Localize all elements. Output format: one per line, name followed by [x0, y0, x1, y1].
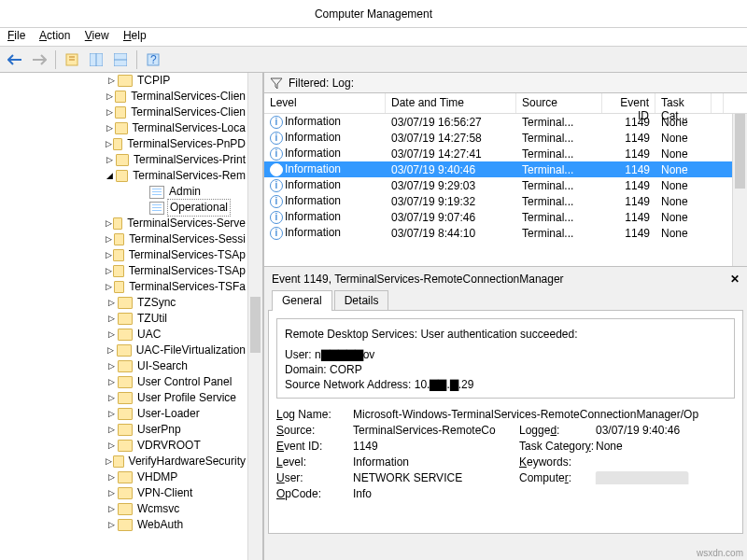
expand-icon[interactable]: ▷ [105, 374, 118, 390]
tree-node[interactable]: ▷TerminalServices-Serve [0, 216, 247, 231]
back-button[interactable] [4, 49, 26, 70]
tree-scrollbar[interactable] [247, 73, 262, 560]
col-level[interactable]: Level [264, 93, 386, 113]
menu-help[interactable]: Help [123, 29, 147, 42]
tree-node[interactable]: ▷TerminalServices-PnPD [0, 136, 247, 152]
folder-icon [114, 233, 125, 245]
tree-node[interactable]: ▷UserPnp [0, 422, 247, 438]
expand-icon[interactable]: ▷ [105, 263, 113, 279]
view-button-2[interactable] [109, 49, 132, 70]
tree-node[interactable]: ▷User Profile Service [0, 390, 247, 406]
col-category[interactable]: Task Cat... [655, 93, 712, 113]
tree-label: WebAuth [135, 517, 185, 533]
expand-icon[interactable]: ▷ [105, 406, 118, 422]
col-date[interactable]: Date and Time [386, 93, 516, 113]
expand-icon[interactable]: ▷ [105, 358, 118, 374]
expand-icon[interactable]: ▷ [105, 89, 115, 105]
tree-label: Admin [167, 184, 203, 200]
list-scrollbar[interactable] [732, 114, 747, 266]
tree-node[interactable]: ▷UAC [0, 327, 247, 343]
info-icon: i [270, 147, 283, 161]
tree-node[interactable]: ▷VPN-Client [0, 485, 247, 501]
expand-icon[interactable]: ▷ [105, 390, 118, 406]
expand-icon[interactable]: ▷ [105, 136, 113, 152]
col-source[interactable]: Source [516, 93, 602, 113]
expand-icon[interactable]: ▷ [105, 454, 113, 469]
folder-icon [118, 519, 133, 531]
tree-label: TCPIP [135, 73, 172, 89]
expand-icon[interactable]: ▷ [105, 295, 118, 311]
expand-icon[interactable]: ▷ [105, 216, 113, 231]
expand-icon[interactable]: ▷ [105, 105, 115, 120]
expand-icon[interactable]: ▷ [105, 120, 115, 136]
expand-icon[interactable]: ▷ [105, 231, 114, 247]
expand-icon[interactable]: ▷ [105, 327, 118, 343]
tree-node[interactable]: ▷TCPIP [0, 73, 247, 89]
tab-details[interactable]: Details [334, 290, 389, 311]
tree-node[interactable]: ▷TerminalServices-Sessi [0, 231, 247, 247]
tree-node[interactable]: ▷TerminalServices-Clien [0, 105, 247, 120]
view-button-1[interactable] [85, 49, 107, 70]
tree-node[interactable]: ▷UI-Search [0, 358, 247, 374]
tree-node[interactable]: ▷VHDMP [0, 469, 247, 485]
event-row[interactable]: iInformation03/07/19 9:29:03Terminal...1… [264, 177, 747, 193]
tree-node[interactable]: ▷VerifyHardwareSecurity [0, 454, 247, 469]
forward-button[interactable] [28, 49, 50, 70]
menu-file[interactable]: File [7, 29, 25, 42]
tree-node[interactable]: ▷WebAuth [0, 517, 247, 533]
menu-action[interactable]: Action [39, 29, 70, 42]
event-row[interactable]: iInformation03/07/19 9:40:46Terminal...1… [264, 161, 747, 177]
tree-node[interactable]: ▷TerminalServices-Loca [0, 120, 247, 136]
expand-icon[interactable]: ▷ [105, 485, 118, 501]
tree-node[interactable]: ▷TZSync [0, 295, 247, 311]
tree-label: TerminalServices-Sessi [127, 231, 247, 247]
tree-node[interactable]: Admin [0, 184, 247, 200]
tree-node[interactable]: ◢TerminalServices-Rem [0, 168, 247, 184]
tree-node[interactable]: ▷TerminalServices-Clien [0, 89, 247, 105]
folder-icon [115, 106, 127, 119]
tree-node[interactable]: ▷VDRVROOT [0, 438, 247, 454]
expand-icon[interactable]: ▷ [105, 517, 118, 533]
tree-node[interactable]: ▷TZUtil [0, 311, 247, 327]
tree-node[interactable]: ▷TerminalServices-Print [0, 152, 247, 168]
expand-icon[interactable]: ▷ [105, 469, 118, 485]
event-row[interactable]: iInformation03/07/19 14:27:41Terminal...… [264, 146, 747, 161]
tree-node[interactable]: ▷TerminalServices-TSAp [0, 247, 247, 263]
event-row[interactable]: iInformation03/07/19 8:44:10Terminal...1… [264, 225, 747, 241]
expand-icon[interactable]: ▷ [105, 279, 114, 295]
tab-general[interactable]: General [272, 290, 332, 311]
expand-icon[interactable]: ▷ [105, 247, 113, 263]
expand-icon[interactable]: ▷ [105, 73, 118, 89]
close-icon[interactable]: ✕ [730, 273, 740, 286]
toolbar-separator [55, 50, 56, 69]
folder-icon [116, 154, 129, 166]
tree-node[interactable]: ▷UAC-FileVirtualization [0, 343, 247, 358]
expand-icon[interactable]: ▷ [105, 501, 118, 517]
detail-pane: Event 1149, TerminalServices-RemoteConne… [264, 267, 747, 560]
tree-node[interactable]: Operational [0, 200, 247, 216]
col-eventid[interactable]: Event ID [602, 93, 655, 113]
tree-label: VerifyHardwareSecurity [127, 454, 247, 469]
event-row[interactable]: iInformation03/07/19 16:56:27Terminal...… [264, 114, 747, 130]
tree-node[interactable]: ▷TerminalServices-TSAp [0, 263, 247, 279]
expand-icon[interactable]: ▷ [105, 422, 118, 438]
expand-icon[interactable]: ▷ [105, 343, 117, 358]
folder-icon [118, 360, 133, 372]
help-button[interactable]: ? [142, 49, 164, 70]
tree-node[interactable]: ▷User-Loader [0, 406, 247, 422]
tree-node[interactable]: ▷User Control Panel [0, 374, 247, 390]
expand-icon[interactable]: ▷ [105, 152, 116, 168]
properties-button[interactable] [61, 49, 83, 70]
tree-label: Wcmsvc [135, 501, 181, 517]
event-row[interactable]: iInformation03/07/19 9:19:32Terminal...1… [264, 193, 747, 209]
tree-label: VPN-Client [135, 485, 194, 501]
expand-icon[interactable]: ◢ [105, 168, 116, 184]
event-row[interactable]: iInformation03/07/19 9:07:46Terminal...1… [264, 209, 747, 225]
tree-node[interactable]: ▷TerminalServices-TSFa [0, 279, 247, 295]
tree-label: VDRVROOT [135, 438, 203, 454]
expand-icon[interactable]: ▷ [105, 438, 118, 454]
tree-node[interactable]: ▷Wcmsvc [0, 501, 247, 517]
event-row[interactable]: iInformation03/07/19 14:27:58Terminal...… [264, 130, 747, 146]
expand-icon[interactable]: ▷ [105, 311, 118, 327]
menu-view[interactable]: View [85, 29, 109, 42]
